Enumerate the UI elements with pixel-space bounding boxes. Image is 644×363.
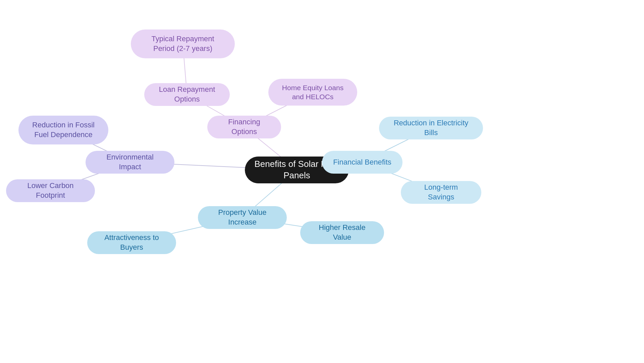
financing-options-node: Financing Options: [207, 116, 281, 138]
longterm-savings-label: Long-term Savings: [410, 183, 472, 202]
environmental-impact-node: Environmental Impact: [86, 151, 174, 174]
home-equity-label: Home Equity Loans and HELOCs: [278, 83, 348, 102]
home-equity-node: Home Equity Loans and HELOCs: [268, 79, 357, 106]
financial-benefits-label: Financial Benefits: [333, 158, 391, 167]
reduction-fossil-label: Reduction in Fossil Fuel Dependence: [28, 120, 99, 139]
loan-repayment-node: Loan Repayment Options: [144, 83, 230, 106]
financial-benefits-node: Financial Benefits: [322, 151, 402, 174]
environmental-impact-label: Environmental Impact: [95, 153, 165, 172]
reduction-electricity-node: Reduction in Electricity Bills: [379, 117, 483, 139]
property-value-node: Property Value Increase: [198, 206, 287, 229]
typical-repayment-label: Typical Repayment Period (2-7 years): [140, 34, 225, 53]
lower-carbon-label: Lower Carbon Footprint: [15, 181, 86, 200]
financing-options-label: Financing Options: [217, 117, 272, 136]
attractiveness-label: Attractiveness to Buyers: [97, 233, 167, 252]
lower-carbon-node: Lower Carbon Footprint: [6, 179, 95, 202]
reduction-electricity-label: Reduction in Electricity Bills: [388, 118, 474, 137]
loan-repayment-label: Loan Repayment Options: [154, 85, 220, 104]
attractiveness-node: Attractiveness to Buyers: [87, 231, 176, 254]
property-value-label: Property Value Increase: [207, 208, 277, 227]
reduction-fossil-node: Reduction in Fossil Fuel Dependence: [18, 116, 108, 144]
typical-repayment-node: Typical Repayment Period (2-7 years): [131, 29, 235, 58]
higher-resale-label: Higher Resale Value: [310, 223, 375, 242]
longterm-savings-node: Long-term Savings: [401, 181, 481, 204]
higher-resale-node: Higher Resale Value: [300, 221, 384, 244]
